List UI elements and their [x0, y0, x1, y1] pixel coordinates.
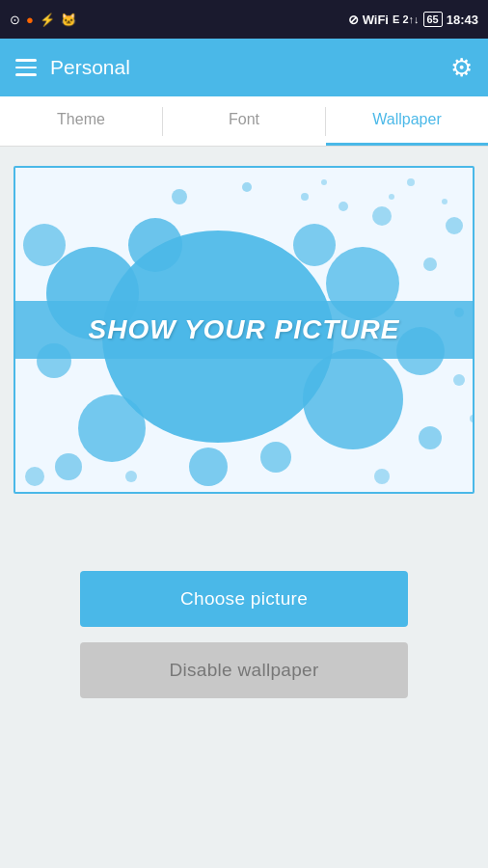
- app-icon-1: ⊙: [10, 13, 20, 27]
- hamburger-line-3: [15, 73, 37, 76]
- main-content: SHOW YOUR PICTURE Choose picture Disable…: [0, 147, 488, 718]
- svg-point-27: [407, 178, 415, 186]
- svg-point-21: [374, 469, 390, 484]
- svg-point-24: [321, 179, 327, 185]
- svg-point-20: [25, 467, 44, 486]
- svg-point-10: [260, 442, 291, 473]
- status-bar-right: ⊘ WiFi E 2↑↓ 65 18:43: [348, 12, 478, 27]
- svg-point-14: [172, 189, 187, 204]
- hamburger-menu-button[interactable]: [15, 59, 37, 76]
- svg-point-12: [419, 426, 442, 449]
- svg-point-26: [389, 194, 394, 200]
- svg-point-13: [23, 224, 66, 266]
- tab-font[interactable]: Font: [163, 96, 325, 146]
- tab-theme[interactable]: Theme: [0, 96, 162, 146]
- svg-point-5: [128, 218, 182, 272]
- tabs-container: Theme Font Wallpaper: [0, 96, 488, 147]
- status-bar-left: ⊙ ● ⚡ 🐱: [10, 13, 76, 27]
- signal-off-icon: ⊘: [348, 13, 359, 27]
- wallpaper-banner: SHOW YOUR PICTURE: [15, 301, 473, 359]
- app-title: Personal: [50, 56, 130, 79]
- svg-point-23: [301, 193, 309, 201]
- svg-point-29: [453, 374, 465, 386]
- wallpaper-banner-text: SHOW YOUR PICTURE: [89, 314, 400, 345]
- settings-icon[interactable]: ⚙: [450, 53, 473, 83]
- tab-wallpaper-label: Wallpaper: [372, 111, 441, 128]
- usb-icon: ⚡: [40, 13, 55, 27]
- hamburger-line-1: [15, 59, 37, 62]
- tab-theme-label: Theme: [57, 111, 105, 128]
- hamburger-line-2: [15, 67, 37, 69]
- header-left: Personal: [15, 56, 130, 79]
- tab-wallpaper[interactable]: Wallpaper: [326, 96, 488, 146]
- svg-point-3: [303, 349, 403, 449]
- disable-wallpaper-button[interactable]: Disable wallpaper: [80, 642, 408, 698]
- wifi-icon: WiFi: [363, 13, 389, 27]
- wallpaper-preview: SHOW YOUR PICTURE: [14, 166, 474, 494]
- svg-point-17: [423, 258, 437, 271]
- clock: 18:43: [447, 13, 478, 27]
- svg-point-28: [442, 199, 447, 204]
- choose-picture-button[interactable]: Choose picture: [80, 571, 408, 627]
- svg-point-19: [446, 217, 463, 234]
- app-header: Personal ⚙: [0, 39, 488, 96]
- status-bar: ⊙ ● ⚡ 🐱 ⊘ WiFi E 2↑↓ 65 18:43: [0, 0, 488, 39]
- svg-point-15: [242, 182, 252, 192]
- svg-point-4: [78, 394, 146, 462]
- svg-point-9: [189, 448, 228, 486]
- buttons-section: Choose picture Disable wallpaper: [14, 571, 474, 698]
- svg-point-25: [339, 202, 348, 211]
- svg-point-22: [125, 471, 137, 482]
- svg-point-6: [293, 224, 336, 266]
- svg-point-16: [372, 206, 392, 226]
- battery-icon: 65: [423, 12, 443, 27]
- svg-point-8: [55, 453, 82, 480]
- data-icon: E 2↑↓: [393, 14, 420, 25]
- app-icon-2: ●: [26, 13, 34, 27]
- tab-font-label: Font: [229, 111, 259, 128]
- android-icon: 🐱: [61, 13, 76, 27]
- svg-point-30: [470, 415, 474, 422]
